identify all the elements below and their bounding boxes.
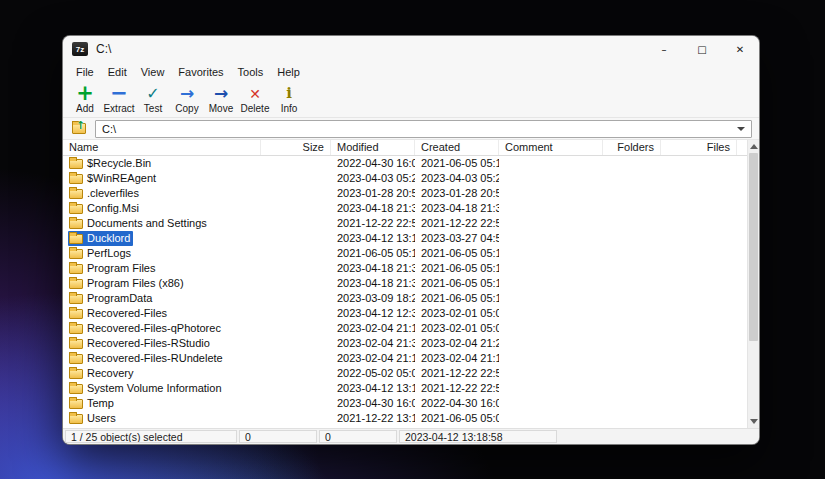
file-name-wrap: Recovered-Files-RUndelete	[68, 351, 226, 366]
file-row[interactable]: Recovered-Files-RStudio 2023-02-04 21:30…	[63, 336, 759, 351]
folder-icon	[69, 159, 83, 169]
add-button[interactable]: + Add	[68, 82, 102, 116]
file-row[interactable]: Ducklord 2023-04-12 13:18 2023-03-27 04:…	[63, 231, 759, 246]
file-name-wrap: Program Files (x86)	[68, 276, 187, 291]
vertical-scrollbar[interactable]	[747, 140, 759, 428]
file-cell-name: Recovered-Files-RUndelete	[63, 351, 261, 366]
file-cell-name: Program Files	[63, 261, 261, 276]
file-row[interactable]: .cleverfiles 2023-01-28 20:53 2023-01-28…	[63, 186, 759, 201]
status-bar: 1 / 25 object(s) selected 0 0 2023-04-12…	[63, 428, 759, 444]
desktop-background: { "window": { "title": "C:\\", "app_icon…	[0, 0, 825, 479]
file-cell-created: 2021-06-05 05:10	[415, 276, 499, 291]
info-icon: i	[286, 84, 292, 103]
folder-up-icon	[72, 123, 86, 134]
extract-button[interactable]: − Extract	[102, 82, 136, 116]
file-cell-name: System Volume Information	[63, 381, 261, 396]
column-header-created[interactable]: Created	[415, 140, 499, 155]
column-header-comment[interactable]: Comment	[499, 140, 603, 155]
file-name-wrap: Recovered-Files	[68, 306, 170, 321]
file-row[interactable]: $WinREAgent 2023-04-03 05:27 2023-04-03 …	[63, 171, 759, 186]
file-list: $Recycle.Bin 2022-04-30 16:00 2021-06-05…	[63, 156, 759, 426]
copy-button[interactable]: → Copy	[170, 82, 204, 116]
file-row[interactable]: PerfLogs 2021-06-05 05:10 2021-06-05 05:…	[63, 246, 759, 261]
title-bar[interactable]: 7z C:\ – □ ✕	[63, 36, 759, 62]
column-header-files[interactable]: Files	[661, 140, 737, 155]
folder-icon	[69, 264, 83, 274]
file-cell-modified: 2023-04-18 21:38	[331, 201, 415, 216]
file-cell-created: 2023-01-28 20:53	[415, 186, 499, 201]
file-cell-created: 2021-12-22 22:57	[415, 381, 499, 396]
folder-icon	[69, 414, 83, 424]
file-row[interactable]: Program Files 2023-04-18 21:38 2021-06-0…	[63, 261, 759, 276]
file-row[interactable]: ProgramData 2023-03-09 18:20 2021-06-05 …	[63, 291, 759, 306]
file-cell-modified: 2023-02-04 21:30	[331, 336, 415, 351]
file-name-label: Recovery	[87, 366, 133, 381]
file-row[interactable]: Program Files (x86) 2023-04-18 21:37 202…	[63, 276, 759, 291]
menu-view[interactable]: View	[134, 64, 172, 80]
file-cell-modified: 2021-12-22 22:59	[331, 216, 415, 231]
move-icon: →	[214, 84, 228, 103]
file-cell-modified: 2023-04-18 21:37	[331, 276, 415, 291]
scroll-up-arrow-icon[interactable]	[748, 140, 759, 153]
maximize-button[interactable]: □	[683, 36, 721, 62]
file-row[interactable]: Users 2021-12-22 13:10 2021-06-05 05:01	[63, 411, 759, 426]
file-name-label: Recovered-Files-RStudio	[87, 336, 210, 351]
file-name-label: $Recycle.Bin	[87, 156, 151, 171]
add-button-label: Add	[76, 103, 94, 114]
file-name-label: Temp	[87, 396, 114, 411]
file-name-wrap: System Volume Information	[68, 381, 225, 396]
file-name-label: Program Files (x86)	[87, 276, 184, 291]
move-button[interactable]: → Move	[204, 82, 238, 116]
status-timestamp: 2023-04-12 13:18:58	[399, 430, 557, 443]
file-cell-name: Recovery	[63, 366, 261, 381]
file-name-label: .cleverfiles	[87, 186, 139, 201]
file-cell-name: Temp	[63, 396, 261, 411]
address-path: C:\	[102, 123, 116, 135]
column-header-modified[interactable]: Modified	[331, 140, 415, 155]
folder-icon	[69, 354, 83, 364]
menu-file[interactable]: File	[69, 64, 101, 80]
copy-icon: →	[180, 84, 194, 103]
file-name-label: PerfLogs	[87, 246, 131, 261]
file-cell-name: .cleverfiles	[63, 186, 261, 201]
file-cell-name: Documents and Settings	[63, 216, 261, 231]
menu-favorites[interactable]: Favorites	[171, 64, 230, 80]
file-row[interactable]: Recovered-Files 2023-04-12 12:39 2023-02…	[63, 306, 759, 321]
dropdown-chevron-icon[interactable]	[737, 127, 745, 131]
menu-tools[interactable]: Tools	[231, 64, 271, 80]
file-cell-created: 2023-02-01 05:06	[415, 321, 499, 336]
menu-help[interactable]: Help	[270, 64, 307, 80]
folder-icon	[69, 309, 83, 319]
menu-edit[interactable]: Edit	[101, 64, 134, 80]
delete-button[interactable]: ✕ Delete	[238, 82, 272, 116]
file-row[interactable]: Recovered-Files-RUndelete 2023-02-04 21:…	[63, 351, 759, 366]
test-icon: ✓	[146, 84, 159, 103]
window-title: C:\	[96, 42, 111, 56]
folder-up-button[interactable]	[69, 120, 89, 138]
file-cell-name: $Recycle.Bin	[63, 156, 261, 171]
column-header-size[interactable]: Size	[261, 140, 331, 155]
status-value-1: 0	[239, 430, 317, 443]
scrollbar-thumb[interactable]	[749, 153, 758, 341]
file-row[interactable]: Temp 2023-04-30 16:03 2022-04-30 16:03	[63, 396, 759, 411]
file-name-wrap: Recovery	[68, 366, 136, 381]
minimize-button[interactable]: –	[645, 36, 683, 62]
file-cell-created: 2021-06-05 05:10	[415, 291, 499, 306]
address-combobox[interactable]: C:\	[95, 120, 752, 138]
file-row[interactable]: Recovered-Files-qPhotorec 2023-02-04 21:…	[63, 321, 759, 336]
file-row[interactable]: System Volume Information 2023-04-12 13:…	[63, 381, 759, 396]
window-controls: – □ ✕	[645, 36, 759, 62]
column-header-name[interactable]: Name	[63, 140, 261, 155]
file-row[interactable]: Documents and Settings 2021-12-22 22:59 …	[63, 216, 759, 231]
file-cell-created: 2022-04-30 16:03	[415, 396, 499, 411]
scroll-down-arrow-icon[interactable]	[748, 415, 759, 428]
test-button[interactable]: ✓ Test	[136, 82, 170, 116]
column-header-folders[interactable]: Folders	[603, 140, 661, 155]
file-cell-created: 2023-02-04 21:11	[415, 351, 499, 366]
file-row[interactable]: $Recycle.Bin 2022-04-30 16:00 2021-06-05…	[63, 156, 759, 171]
file-row[interactable]: Recovery 2022-05-02 05:03 2021-12-22 22:…	[63, 366, 759, 381]
folder-icon	[69, 279, 83, 289]
close-button[interactable]: ✕	[721, 36, 759, 62]
info-button[interactable]: i Info	[272, 82, 306, 116]
file-row[interactable]: Config.Msi 2023-04-18 21:38 2023-04-18 2…	[63, 201, 759, 216]
